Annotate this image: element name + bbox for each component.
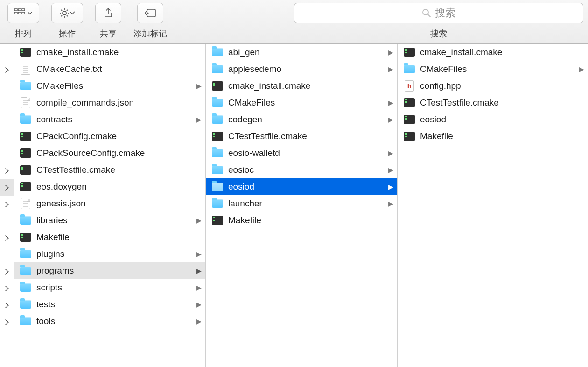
arrange-button[interactable] [7, 3, 39, 23]
chevron-right-icon: ▶ [195, 116, 202, 123]
list-item[interactable]: programs▶ [14, 262, 205, 279]
list-item[interactable]: eosiod▶ [206, 178, 397, 195]
file-name: tools [36, 316, 190, 326]
list-item[interactable]: eosiod [398, 111, 588, 128]
list-item[interactable]: eos.doxygen [14, 178, 205, 195]
tag-group: 添加标记 [133, 3, 167, 39]
header-file-icon: h [403, 80, 415, 92]
folder-icon [211, 147, 224, 159]
folder-icon [20, 214, 32, 226]
exec-icon [403, 113, 415, 126]
column-2[interactable]: abi_gen▶applesedemo▶cmake_install.cmakeC… [206, 44, 398, 367]
list-item[interactable]: hconfig.hpp [398, 78, 588, 94]
list-item[interactable]: CMakeFiles▶ [206, 94, 397, 111]
file-name: cmake_install.cmake [420, 47, 573, 57]
exec-icon [211, 130, 224, 142]
share-button[interactable] [95, 3, 121, 23]
exec-icon [20, 46, 32, 58]
history-arrow[interactable] [0, 179, 14, 196]
history-arrow[interactable] [0, 162, 14, 179]
action-label: 操作 [59, 28, 76, 39]
search-icon [422, 8, 431, 18]
list-item[interactable]: tools▶ [14, 313, 205, 330]
list-item[interactable]: Makefile [206, 212, 397, 229]
folder-icon [211, 113, 224, 126]
document-icon [20, 198, 32, 210]
list-item[interactable]: CPackConfig.cmake [14, 128, 205, 145]
chevron-right-icon: ▶ [387, 166, 393, 174]
file-name: CMakeFiles [36, 81, 190, 91]
folder-icon [20, 265, 32, 277]
chevron-right-icon: ▶ [387, 49, 393, 56]
history-arrow[interactable] [0, 62, 14, 78]
svg-line-17 [428, 14, 430, 17]
document-icon [20, 63, 32, 75]
svg-rect-3 [14, 12, 17, 14]
chevron-down-icon [70, 11, 75, 15]
list-item[interactable]: CTestTestfile.cmake [398, 94, 588, 111]
chevron-right-icon: ▶ [578, 65, 584, 73]
list-item[interactable]: cmake_install.cmake [398, 44, 588, 61]
column-1[interactable]: cmake_install.cmakeCMakeCache.txtCMakeFi… [14, 44, 206, 367]
list-item[interactable]: cmake_install.cmake [14, 44, 205, 61]
history-arrow[interactable] [0, 230, 14, 247]
column-3[interactable]: cmake_install.cmakeCMakeFiles▶hconfig.hp… [398, 44, 588, 367]
list-item[interactable]: scripts▶ [14, 279, 205, 296]
file-name: CMakeCache.txt [36, 64, 190, 74]
history-arrow[interactable] [0, 297, 14, 314]
list-item[interactable]: eosioc▶ [206, 162, 397, 178]
list-item[interactable]: abi_gen▶ [206, 44, 397, 61]
list-item[interactable]: genesis.json [14, 195, 205, 212]
search-input[interactable]: 搜索 [294, 3, 583, 23]
list-item[interactable]: Makefile [398, 128, 588, 145]
list-item[interactable]: contracts▶ [14, 111, 205, 128]
file-name: eosiod [420, 114, 573, 125]
folder-icon [211, 198, 224, 210]
chevron-right-icon: ▶ [195, 250, 202, 258]
action-group: 操作 [51, 3, 83, 39]
list-item[interactable]: applesedemo▶ [206, 61, 397, 78]
file-name: Makefile [420, 131, 573, 141]
list-item[interactable]: CTestTestfile.cmake [206, 128, 397, 145]
history-arrow[interactable] [0, 196, 14, 213]
svg-rect-2 [22, 9, 25, 11]
history-arrow[interactable] [0, 263, 14, 280]
svg-rect-4 [18, 12, 21, 14]
grid-icon [14, 8, 27, 18]
folder-icon [20, 298, 32, 311]
list-item[interactable]: CPackSourceConfig.cmake [14, 145, 205, 162]
list-item[interactable]: plugins▶ [14, 246, 205, 262]
list-item[interactable]: compile_commands.json [14, 94, 205, 111]
list-item[interactable]: eosio-walletd▶ [206, 145, 397, 162]
tag-button[interactable] [137, 3, 163, 23]
share-label: 共享 [100, 28, 117, 39]
navigation-arrows [0, 44, 14, 367]
list-item[interactable]: CMakeFiles▶ [398, 61, 588, 78]
file-name: cmake_install.cmake [228, 81, 382, 91]
list-item[interactable]: libraries▶ [14, 212, 205, 229]
list-item[interactable]: codegen▶ [206, 111, 397, 128]
chevron-right-icon: ▶ [387, 116, 393, 123]
list-item[interactable]: launcher▶ [206, 195, 397, 212]
tag-icon [144, 8, 156, 18]
chevron-right-icon: ▶ [195, 284, 202, 291]
action-button[interactable] [51, 3, 83, 23]
svg-point-6 [63, 11, 66, 15]
list-item[interactable]: CMakeFiles▶ [14, 78, 205, 94]
list-item[interactable]: CMakeCache.txt [14, 61, 205, 78]
history-arrow[interactable] [0, 280, 14, 297]
file-name: codegen [228, 114, 382, 125]
history-arrow[interactable] [0, 314, 14, 331]
list-item[interactable]: Makefile [14, 229, 205, 246]
share-icon [104, 7, 113, 19]
file-name: CMakeFiles [228, 98, 382, 108]
list-item[interactable]: CTestTestfile.cmake [14, 162, 205, 178]
file-name: genesis.json [36, 198, 190, 209]
exec-icon [20, 130, 32, 142]
file-name: programs [36, 266, 190, 276]
list-item[interactable]: cmake_install.cmake [206, 78, 397, 94]
gear-icon [59, 8, 70, 18]
file-name: CTestTestfile.cmake [36, 165, 190, 175]
file-name: eosioc [228, 165, 382, 175]
list-item[interactable]: tests▶ [14, 296, 205, 313]
